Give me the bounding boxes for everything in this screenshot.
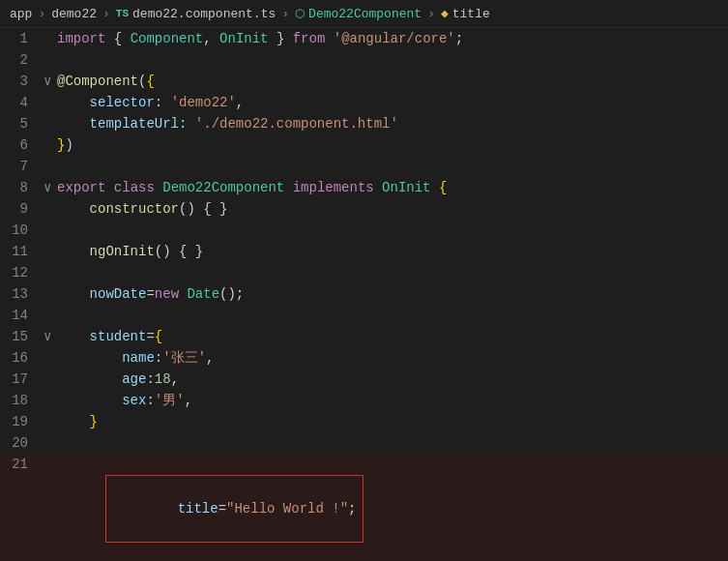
line-num-11: 11 xyxy=(0,241,44,262)
code-line-21: 21 title="Hello World !"; xyxy=(0,454,728,561)
breadcrumb-title-prop: title xyxy=(452,7,490,21)
line-content-18: sex:'男', xyxy=(57,390,728,411)
line-content-1: import { Component, OnInit } from '@angu… xyxy=(57,28,728,49)
code-line-8: 8 ∨ export class Demo22Component impleme… xyxy=(0,177,728,198)
code-line-11: 11 ngOnInit() { } xyxy=(0,241,728,262)
line-num-14: 14 xyxy=(0,305,44,326)
breadcrumb-sep1: › xyxy=(38,7,45,21)
breadcrumb-property-icon: ◆ xyxy=(441,6,449,21)
line-num-10: 10 xyxy=(0,220,44,241)
line-content-7 xyxy=(57,156,728,177)
code-line-15: 15 ∨ student={ xyxy=(0,326,728,347)
breadcrumb-sep4: › xyxy=(427,7,435,21)
code-line-12: 12 xyxy=(0,262,728,283)
code-line-13: 13 nowDate=new Date(); xyxy=(0,283,728,305)
line-content-14 xyxy=(57,305,728,326)
line-arrow-8: ∨ xyxy=(44,177,57,198)
line-num-19: 19 xyxy=(0,411,44,432)
line-num-5: 5 xyxy=(0,113,44,134)
line-arrow-3: ∨ xyxy=(44,71,57,92)
line-num-17: 17 xyxy=(0,369,44,390)
line-num-20: 20 xyxy=(0,432,44,454)
breadcrumb-class-icon: ⬡ xyxy=(295,7,305,21)
code-line-19: 19 } xyxy=(0,411,728,432)
breadcrumb-filename: demo22.component.ts xyxy=(132,7,276,21)
line-num-15: 15 xyxy=(0,326,44,347)
line-content-21: title="Hello World !"; xyxy=(57,454,728,561)
breadcrumb-sep3: › xyxy=(281,7,289,21)
line-content-11: ngOnInit() { } xyxy=(57,241,728,262)
code-line-17: 17 age:18, xyxy=(0,369,728,390)
breadcrumb-app: app xyxy=(10,7,32,21)
line-content-19: } xyxy=(57,411,728,432)
breadcrumb-demo22: demo22 xyxy=(51,7,97,21)
line-num-12: 12 xyxy=(0,262,44,283)
breadcrumb-ts-badge: TS xyxy=(116,8,129,19)
code-line-14: 14 xyxy=(0,305,728,326)
line-content-9: constructor() { } xyxy=(57,198,728,220)
line-num-8: 8 xyxy=(0,177,44,198)
line-content-6: }) xyxy=(57,134,728,156)
code-line-6: 6 }) xyxy=(0,134,728,156)
code-line-2: 2 xyxy=(0,49,728,71)
line-num-13: 13 xyxy=(0,283,44,305)
code-line-4: 4 selector: 'demo22', xyxy=(0,92,728,113)
line-content-12 xyxy=(57,262,728,283)
line-num-1: 1 xyxy=(0,28,44,49)
line-num-18: 18 xyxy=(0,390,44,411)
code-line-18: 18 sex:'男', xyxy=(0,390,728,411)
line-num-6: 6 xyxy=(0,134,44,156)
line-num-2: 2 xyxy=(0,49,44,71)
code-line-20: 20 xyxy=(0,432,728,454)
code-line-7: 7 xyxy=(0,156,728,177)
line-num-9: 9 xyxy=(0,198,44,220)
line-content-5: templateUrl: './demo22.component.html' xyxy=(57,113,728,134)
line-content-2 xyxy=(57,49,728,71)
code-line-3: 3 ∨ @Component({ xyxy=(0,71,728,92)
line-content-20 xyxy=(57,432,728,454)
line-content-15: student={ xyxy=(57,326,728,347)
line-arrow-15: ∨ xyxy=(44,326,57,347)
code-line-5: 5 templateUrl: './demo22.component.html' xyxy=(0,113,728,134)
code-line-9: 9 constructor() { } xyxy=(0,198,728,220)
line-content-13: nowDate=new Date(); xyxy=(57,283,728,305)
code-line-1: 1 import { Component, OnInit } from '@an… xyxy=(0,28,728,49)
breadcrumb-class-name: Demo22Component xyxy=(308,7,422,21)
code-line-10: 10 xyxy=(0,220,728,241)
title-property: title xyxy=(178,501,218,517)
line-content-16: name:'张三', xyxy=(57,347,728,369)
line-num-21: 21 xyxy=(0,454,44,475)
line-content-3: @Component({ xyxy=(57,71,728,92)
line-num-7: 7 xyxy=(0,156,44,177)
breadcrumb-sep2: › xyxy=(102,7,110,21)
line-content-4: selector: 'demo22', xyxy=(57,92,728,113)
breadcrumb-bar: app › demo22 › TS demo22.component.ts › … xyxy=(0,0,728,28)
line-content-8: export class Demo22Component implements … xyxy=(57,177,728,198)
line-num-3: 3 xyxy=(0,71,44,92)
line-num-16: 16 xyxy=(0,347,44,369)
line-num-4: 4 xyxy=(0,92,44,113)
code-line-16: 16 name:'张三', xyxy=(0,347,728,369)
line-content-10 xyxy=(57,220,728,241)
code-area: 1 import { Component, OnInit } from '@an… xyxy=(0,28,728,561)
line-content-17: age:18, xyxy=(57,369,728,390)
